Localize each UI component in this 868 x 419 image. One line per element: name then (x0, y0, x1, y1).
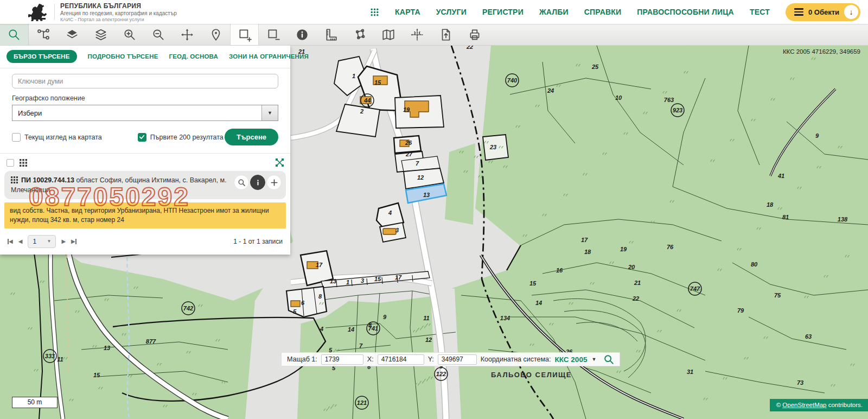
chevron-down-icon: ▼ (591, 357, 596, 362)
tool-measure-distance-button[interactable] (316, 24, 345, 45)
tool-search-button[interactable] (0, 24, 29, 45)
search-button[interactable]: Търсене (225, 129, 278, 145)
tool-zoom-in-button[interactable] (115, 24, 144, 45)
checkbox-checked-icon[interactable] (138, 133, 146, 142)
zoom-to-results-icon[interactable] (276, 158, 284, 167)
select-all-checkbox[interactable] (7, 159, 14, 167)
tool-print-button[interactable] (460, 24, 489, 45)
parcel-label: 7 (416, 160, 419, 167)
parcel-label: 10 (615, 94, 622, 101)
tool-sitemap-button[interactable] (29, 24, 58, 45)
keywords-input[interactable] (12, 74, 278, 88)
tool-select-rectangle-add-button[interactable] (230, 24, 259, 45)
y-label: Y: (428, 355, 434, 363)
parcel-label: 26 (405, 139, 412, 146)
add-result-button[interactable] (266, 175, 282, 190)
zoom-to-result-button[interactable] (234, 175, 249, 190)
scale-label: Мащаб 1: (287, 355, 317, 363)
apps-grid-icon[interactable] (370, 8, 379, 17)
scale-input[interactable] (321, 354, 363, 365)
svg-text:333: 333 (45, 353, 55, 359)
parcel-label: 31 (687, 369, 693, 375)
zoom-out-icon (151, 28, 165, 42)
parcel-label: 13 (104, 345, 110, 351)
tab-detailed-search[interactable]: ПОДРОБНО ТЪРСЕНЕ (88, 53, 158, 60)
first-200-results-checkbox[interactable]: Първите 200 резултата (138, 133, 224, 142)
tab-geodetic-basis[interactable]: ГЕОД. ОСНОВА (169, 53, 219, 60)
map-attribution: © OpenStreetMap contributors. (770, 399, 868, 411)
tool-pan-button[interactable] (173, 24, 201, 45)
nav-item-complaints[interactable]: ЖАЛБИ (539, 8, 569, 16)
parcel-label: 8 (318, 293, 322, 300)
geographic-location-select[interactable]: Избери ▼ (12, 105, 278, 121)
tool-location-pin-button[interactable] (201, 24, 230, 45)
tool-identify-info-button[interactable] (288, 24, 316, 45)
geographic-location-label: Географско положение (12, 94, 278, 102)
tool-layers-stack-button[interactable] (86, 24, 115, 45)
chevron-down-icon[interactable]: ▼ (261, 105, 278, 120)
parcel-label: 23 (489, 144, 496, 150)
tool-zoom-out-button[interactable] (144, 24, 173, 45)
parcel-label: 15 (374, 79, 381, 86)
x-coordinate-input[interactable] (378, 354, 424, 365)
tab-quick-search[interactable]: БЪРЗО ТЪРСЕНЕ (7, 50, 77, 63)
parcel-label: 22 (632, 295, 639, 302)
parcel-label: 9 (383, 314, 387, 320)
map-status-bar: Мащаб 1: X: Y: Координатна система: ККС … (281, 352, 620, 366)
crs-select[interactable]: ККС 2005 ▼ (555, 355, 597, 364)
search-panel: БЪРЗО ТЪРСЕНЕ ПОДРОБНО ТЪРСЕНЕ ГЕОД. ОСН… (0, 46, 290, 255)
select-rectangle-add-icon (238, 28, 252, 42)
pagination: ◀ ◀ 1▼ ▶ ▶ 1 - 1 от 1 записи (0, 228, 290, 251)
coordinates-crosshair-icon (410, 28, 424, 42)
openstreetmap-link[interactable]: OpenStreetMap (782, 402, 826, 408)
y-coordinate-input[interactable] (438, 354, 477, 365)
tool-map-sheets-button[interactable] (374, 24, 403, 45)
objects-button[interactable]: 0 Обекти ↓ (786, 3, 860, 21)
parcel-label: 80 (751, 261, 758, 268)
parcel-label: 14 (535, 300, 542, 306)
nav-item-map[interactable]: КАРТА (395, 8, 420, 16)
parcel-label: 81 (782, 214, 789, 220)
tool-export-file-button[interactable] (431, 24, 460, 45)
search-icon (7, 28, 21, 42)
parcel-label: 17 (395, 274, 402, 281)
previous-page-button[interactable]: ◀ (18, 238, 23, 244)
nav-item-registers[interactable]: РЕГИСТРИ (482, 8, 524, 16)
layers-icon (65, 28, 79, 42)
checkbox-unchecked-icon[interactable] (12, 133, 21, 142)
result-row[interactable]: ПИ 10029.744.13 област София, община Ихт… (4, 171, 286, 199)
tab-restriction-zones[interactable]: ЗОНИ НА ОГРАНИЧЕНИЯ (229, 53, 309, 60)
parcel-label: 24 (547, 87, 554, 94)
republic-title: РЕПУБЛИКА БЪЛГАРИЯ (60, 2, 177, 10)
tool-select-rectangle-remove-button[interactable] (259, 24, 288, 45)
parcel-label: 14 (348, 326, 354, 333)
parcel-label: 73 (797, 379, 803, 386)
coordinate-search-icon[interactable] (603, 354, 614, 365)
map-toolbar (0, 24, 868, 46)
tool-measure-area-button[interactable] (345, 24, 374, 45)
last-page-button[interactable]: ▶ (71, 238, 76, 244)
first-page-button[interactable]: ◀ (8, 238, 13, 244)
search-tabs: БЪРЗО ТЪРСЕНЕ ПОДРОБНО ТЪРСЕНЕ ГЕОД. ОСН… (0, 46, 290, 68)
current-map-view-checkbox[interactable]: Текущ изглед на картата (12, 133, 102, 142)
parcel-label: 16 (556, 267, 563, 274)
next-page-button[interactable]: ▶ (61, 238, 66, 244)
coat-of-arms-lion-icon (28, 3, 49, 21)
tool-coordinates-crosshair-button[interactable] (403, 24, 431, 45)
measure-area-icon (353, 28, 367, 42)
nav-item-references[interactable]: СПРАВКИ (584, 8, 622, 16)
sitemap-icon (36, 28, 50, 42)
result-info-button[interactable] (250, 175, 265, 190)
page-select[interactable]: 1▼ (28, 235, 56, 248)
nav-item-test[interactable]: ТЕСТ (750, 8, 770, 16)
tool-layers-button[interactable] (58, 24, 86, 45)
parcel-label: 13 (330, 278, 336, 284)
parcel-label: 25 (591, 64, 599, 70)
nav-item-licensed-persons[interactable]: ПРАВОСПОСОБНИ ЛИЦА (637, 8, 734, 16)
grid-layer-icon (11, 176, 18, 183)
nav-item-services[interactable]: УСЛУГИ (436, 8, 467, 16)
parcel-label: 18 (584, 249, 591, 255)
parcel-label: 19 (620, 246, 627, 252)
parcel-label: 21 (634, 280, 641, 286)
download-arrow-icon[interactable]: ↓ (844, 5, 858, 19)
